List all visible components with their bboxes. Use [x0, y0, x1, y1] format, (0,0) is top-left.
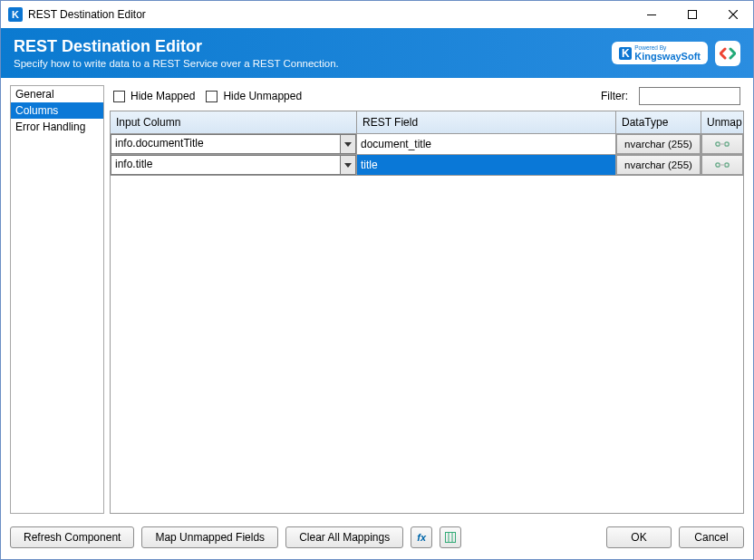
- maximize-button[interactable]: [672, 1, 712, 28]
- brand-label: KingswaySoft: [634, 52, 701, 62]
- svg-point-3: [725, 142, 729, 146]
- map-unmapped-fields-button[interactable]: Map Unmapped Fields: [141, 526, 278, 548]
- hide-unmapped-label: Hide Unmapped: [223, 90, 302, 102]
- sidebar-item-columns[interactable]: Columns: [11, 102, 103, 119]
- mapping-grid: Input Column REST Field DataType Unmap i…: [110, 111, 744, 514]
- titlebar: K REST Destination Editor: [1, 1, 753, 28]
- input-column-combo[interactable]: info.documentTitle: [111, 134, 356, 154]
- header-subtitle: Specify how to write data to a REST Serv…: [14, 58, 339, 69]
- col-header-input[interactable]: Input Column: [111, 111, 357, 133]
- unmap-button[interactable]: [701, 155, 743, 175]
- window-title: REST Destination Editor: [28, 8, 631, 21]
- header-text: REST Destination Editor Specify how to w…: [14, 37, 339, 69]
- ok-button[interactable]: OK: [606, 526, 672, 548]
- unlink-icon: [715, 160, 730, 169]
- minimize-button[interactable]: [631, 1, 672, 28]
- filter-input[interactable]: [639, 87, 740, 105]
- checkbox-box-icon: [113, 91, 125, 102]
- datatype-button[interactable]: nvarchar (255): [616, 155, 701, 175]
- chevron-down-icon[interactable]: [340, 135, 355, 153]
- sidebar: General Columns Error Handling: [10, 85, 104, 514]
- col-header-rest[interactable]: REST Field: [357, 111, 616, 133]
- svg-rect-8: [446, 533, 456, 543]
- svg-point-6: [725, 163, 729, 167]
- table-row[interactable]: info.title title nvarchar (255): [111, 155, 743, 176]
- clear-all-mappings-button[interactable]: Clear All Mappings: [285, 526, 403, 548]
- refresh-component-button[interactable]: Refresh Component: [10, 526, 134, 548]
- bottom-bar: Refresh Component Map Unmapped Fields Cl…: [1, 519, 753, 559]
- right-pane: Hide Mapped Hide Unmapped Filter: Input …: [110, 85, 744, 514]
- columns-icon: [445, 532, 456, 543]
- sidebar-item-error-handling[interactable]: Error Handling: [11, 119, 103, 135]
- close-button[interactable]: [712, 1, 753, 28]
- hide-unmapped-checkbox[interactable]: Hide Unmapped: [206, 90, 302, 102]
- filter-label: Filter:: [601, 90, 628, 102]
- product-icon: [715, 41, 740, 66]
- hide-mapped-label: Hide Mapped: [130, 90, 195, 102]
- header-title: REST Destination Editor: [14, 37, 339, 56]
- columns-tool-button[interactable]: [440, 526, 461, 548]
- input-column-value: info.title: [111, 156, 340, 174]
- rest-field-value: document_title: [357, 134, 616, 154]
- app-icon: K: [8, 7, 23, 22]
- checkbox-box-icon: [206, 91, 218, 102]
- svg-point-2: [716, 142, 720, 146]
- col-header-datatype[interactable]: DataType: [616, 111, 701, 133]
- table-row[interactable]: info.documentTitle document_title nvarch…: [111, 134, 743, 155]
- unmap-button[interactable]: [701, 134, 743, 154]
- sidebar-item-general[interactable]: General: [11, 86, 103, 102]
- chevron-down-icon[interactable]: [340, 156, 355, 174]
- main-area: General Columns Error Handling Hide Mapp…: [1, 78, 753, 519]
- toolbar: Hide Mapped Hide Unmapped Filter:: [110, 85, 744, 111]
- col-header-unmap[interactable]: Unmap: [701, 111, 743, 133]
- kingswaysoft-logo: K Powered By KingswaySoft: [612, 42, 708, 64]
- input-column-combo[interactable]: info.title: [111, 155, 356, 175]
- cancel-button[interactable]: Cancel: [679, 526, 744, 548]
- rest-field-value: title: [357, 155, 616, 175]
- hide-mapped-checkbox[interactable]: Hide Mapped: [113, 90, 195, 102]
- fx-button[interactable]: fx: [411, 526, 432, 548]
- fx-icon: fx: [417, 532, 426, 543]
- header-band: REST Destination Editor Specify how to w…: [1, 28, 753, 78]
- window-buttons: [631, 1, 753, 28]
- svg-rect-0: [647, 14, 656, 15]
- svg-rect-1: [688, 11, 696, 19]
- unlink-icon: [715, 140, 730, 149]
- grid-header: Input Column REST Field DataType Unmap: [111, 111, 743, 134]
- logo-area: K Powered By KingswaySoft: [612, 41, 740, 66]
- datatype-button[interactable]: nvarchar (255): [616, 134, 701, 154]
- input-column-value: info.documentTitle: [111, 135, 340, 153]
- svg-point-5: [716, 163, 720, 167]
